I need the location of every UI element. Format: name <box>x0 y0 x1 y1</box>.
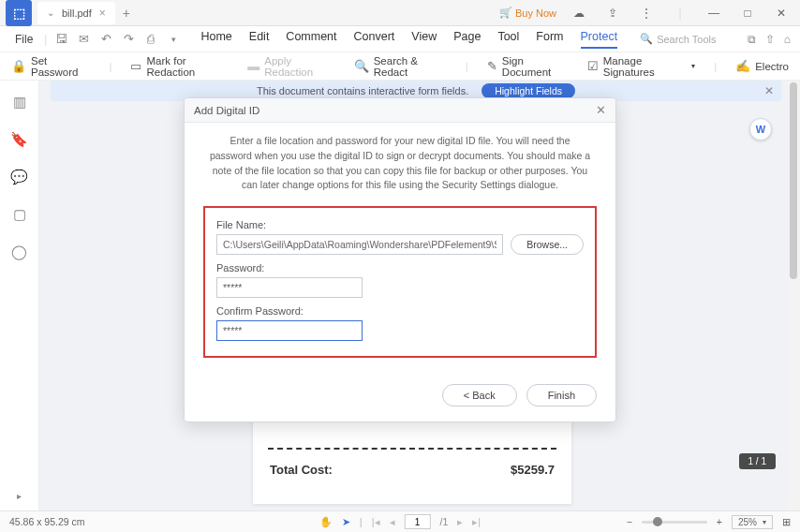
page-nav: ✋ ➤ | |◂ ◂ /1 ▸ ▸| <box>319 514 481 529</box>
divider: | <box>466 61 468 72</box>
attachments-icon[interactable]: ▢ <box>13 206 26 223</box>
set-password-button[interactable]: 🔒 Set Password <box>11 55 90 78</box>
file-name-label: File Name: <box>216 219 584 230</box>
thumbnails-icon[interactable]: ▥ <box>13 94 26 111</box>
dashed-separator <box>268 448 556 450</box>
divider: | <box>109 61 111 72</box>
menu-protect[interactable]: Protect <box>581 30 618 49</box>
undo-icon[interactable]: ↶ <box>97 32 114 46</box>
menu-convert[interactable]: Convert <box>354 30 395 49</box>
total-cost-value: $5259.7 <box>511 463 555 477</box>
search-redact-label: Search & Redact <box>374 55 447 78</box>
new-tab-button[interactable]: + <box>123 6 130 21</box>
share-icon[interactable]: ⇪ <box>601 7 624 20</box>
menu-tool[interactable]: Tool <box>497 30 519 49</box>
mark-redaction-button[interactable]: ▭ Mark for Redaction <box>130 55 229 78</box>
app-logo: ⬚ <box>6 0 32 26</box>
sign-document-button[interactable]: ✎ Sign Document <box>487 55 569 78</box>
lock-icon: 🔒 <box>11 59 26 73</box>
browse-button[interactable]: Browse... <box>511 234 584 255</box>
buy-now-link[interactable]: 🛒 Buy Now <box>499 7 556 19</box>
menu-view[interactable]: View <box>411 30 437 49</box>
sign-document-label: Sign Document <box>502 55 569 78</box>
finish-button[interactable]: Finish <box>526 384 597 406</box>
statusbar: 45.86 x 95.29 cm ✋ ➤ | |◂ ◂ /1 ▸ ▸| − + … <box>0 510 800 532</box>
divider: | <box>44 33 47 46</box>
file-name-input[interactable] <box>216 234 503 255</box>
dialog-close-button[interactable]: ✕ <box>596 103 606 117</box>
search-panel-icon[interactable]: ◯ <box>11 244 27 260</box>
expand-sidebar-icon[interactable]: ▸ <box>17 491 22 501</box>
search-redact-icon: 🔍 <box>354 59 369 73</box>
redo-icon[interactable]: ↷ <box>120 32 137 46</box>
file-menu[interactable]: File <box>9 31 38 48</box>
cloud-icon[interactable]: ☁ <box>568 7 590 20</box>
search-placeholder: Search Tools <box>657 34 716 45</box>
divider: | <box>669 7 691 20</box>
apply-redaction-button: ▬ Apply Redaction <box>247 55 334 78</box>
manage-signatures-button[interactable]: ☑ Manage Signatures ▾ <box>587 55 695 78</box>
apply-redaction-label: Apply Redaction <box>264 55 334 78</box>
electronic-button[interactable]: ✍ Electro <box>735 59 789 73</box>
select-tool-icon[interactable]: ➤ <box>342 516 350 528</box>
mail-icon[interactable]: ✉ <box>75 32 92 46</box>
last-page-icon[interactable]: ▸| <box>472 516 481 528</box>
zoom-slider-thumb[interactable] <box>653 517 662 526</box>
next-page-icon[interactable]: ▸ <box>457 516 463 528</box>
tab-title: bill.pdf <box>62 7 92 19</box>
open-external-icon[interactable]: ⧉ <box>748 33 756 46</box>
page-total: /1 <box>440 516 449 527</box>
zoom-select[interactable]: 25% ▾ <box>732 515 773 529</box>
redact-icon: ▭ <box>130 59 141 73</box>
window-close-button[interactable]: ✕ <box>770 7 793 20</box>
mark-redaction-label: Mark for Redaction <box>146 55 229 78</box>
sign-icon: ✎ <box>487 59 497 73</box>
page-number-input[interactable] <box>405 514 431 529</box>
dialog-description: Enter a file location and password for y… <box>203 134 597 206</box>
menu-page[interactable]: Page <box>453 30 481 49</box>
document-tab[interactable]: ⌄ bill.pdf × <box>37 2 115 24</box>
sidebar: ▥ 🔖 💬 ▢ ◯ ▸ <box>0 81 39 510</box>
confirm-password-input[interactable] <box>216 320 363 341</box>
bookmarks-icon[interactable]: 🔖 <box>10 131 28 148</box>
home-icon[interactable]: ⌂ <box>784 33 791 46</box>
cart-icon: 🛒 <box>499 7 512 19</box>
chevron-down-icon: ▾ <box>691 62 695 70</box>
zoom-slider[interactable] <box>642 521 707 524</box>
prev-page-icon[interactable]: ◂ <box>390 516 395 528</box>
back-button[interactable]: < Back <box>442 384 517 406</box>
password-input[interactable] <box>216 277 363 298</box>
minimize-button[interactable]: — <box>703 7 725 20</box>
menu-edit[interactable]: Edit <box>249 30 270 49</box>
close-icon[interactable]: × <box>99 7 106 20</box>
search-tools[interactable]: 🔍 Search Tools <box>640 33 716 45</box>
scroll-thumb[interactable] <box>790 82 797 279</box>
menu-comment[interactable]: Comment <box>286 30 336 49</box>
password-label: Password: <box>216 262 584 273</box>
chevron-down-icon: ▾ <box>763 518 766 526</box>
maximize-button[interactable]: □ <box>736 7 759 20</box>
print-icon[interactable]: ⎙ <box>142 32 159 46</box>
menu-home[interactable]: Home <box>200 30 231 49</box>
word-export-badge[interactable]: W <box>749 118 772 140</box>
comments-icon[interactable]: 💬 <box>10 169 28 185</box>
page-indicator: 1 / 1 <box>739 453 776 469</box>
highlight-fields-button[interactable]: Highlight Fields <box>481 83 575 98</box>
fit-page-icon[interactable]: ⊞ <box>782 516 791 527</box>
vertical-scrollbar[interactable] <box>787 81 800 510</box>
menubar: File | 🖫 ✉ ↶ ↷ ⎙ ▾ Home Edit Comment Con… <box>0 26 800 52</box>
search-redact-button[interactable]: 🔍 Search & Redact <box>354 55 447 78</box>
zoom-out-button[interactable]: − <box>627 516 632 527</box>
banner-close-icon[interactable]: ✕ <box>764 84 774 97</box>
add-digital-id-dialog: Add Digital ID ✕ Enter a file location a… <box>184 97 616 422</box>
ribbon: 🔒 Set Password | ▭ Mark for Redaction ▬ … <box>0 52 800 81</box>
more-icon[interactable]: ⋮ <box>635 7 658 20</box>
save-icon[interactable]: 🖫 <box>52 32 69 46</box>
banner-text: This document contains interactive form … <box>257 85 468 96</box>
zoom-in-button[interactable]: + <box>717 516 722 527</box>
hand-tool-icon[interactable]: ✋ <box>319 516 333 528</box>
menu-form[interactable]: Form <box>536 30 563 49</box>
upload-icon[interactable]: ⇧ <box>765 33 775 46</box>
chevron-down-icon[interactable]: ▾ <box>165 35 182 44</box>
first-page-icon[interactable]: |◂ <box>372 516 380 528</box>
